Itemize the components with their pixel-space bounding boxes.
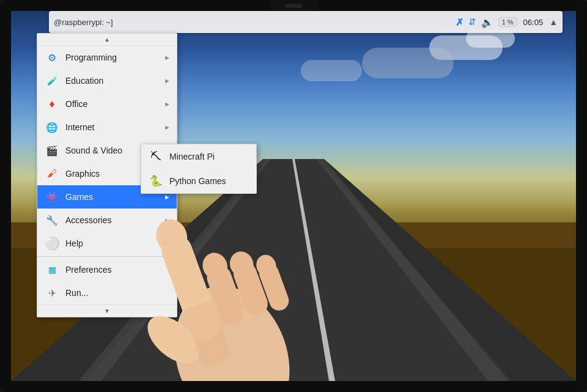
battery-badge: 1 % xyxy=(498,17,517,27)
scroll-down-button[interactable]: ▼ xyxy=(37,305,177,317)
submenu-arrow-programming: ► xyxy=(164,54,171,61)
menu-separator xyxy=(37,256,177,257)
submenu-item-python-games[interactable]: 🐍 Python Games xyxy=(141,169,256,193)
bluetooth-icon[interactable]: ✗ xyxy=(456,17,463,28)
menu-item-help[interactable]: ⚪ Help xyxy=(37,232,177,255)
submenu-arrow-accessories: ► xyxy=(164,216,171,224)
network-icon[interactable]: ⇵ xyxy=(468,17,476,28)
menu-item-education[interactable]: 🧪 Education ► xyxy=(37,69,177,92)
minecraft-pi-label: Minecraft Pi xyxy=(169,152,215,161)
sound-video-icon: 🎬 xyxy=(45,143,59,158)
submenu-arrow-internet: ► xyxy=(164,124,171,131)
games-icon: 👾 xyxy=(45,190,59,204)
programming-icon: ⚙ xyxy=(45,50,59,65)
menu-label-accessories: Accessories xyxy=(65,215,169,225)
taskbar-left: @raspberrypi: ~] xyxy=(54,18,113,27)
camera-lens xyxy=(285,4,302,8)
graphics-icon: 🖌 xyxy=(45,166,59,181)
menu-item-internet[interactable]: 🌐 Internet ► xyxy=(37,116,177,139)
submenu-arrow-office: ► xyxy=(164,100,171,108)
taskbar: @raspberrypi: ~] ✗ ⇵ 🔈 1 % 06:05 ▲ xyxy=(49,11,563,33)
volume-icon[interactable]: 🔈 xyxy=(481,17,493,28)
menu-label-run: Run... xyxy=(65,288,169,298)
cloud-4 xyxy=(301,60,362,81)
system-tray: ✗ ⇵ 🔈 1 % xyxy=(456,17,517,28)
submenu-arrow-games: ► xyxy=(164,193,171,201)
python-games-icon: 🐍 xyxy=(149,174,163,188)
menu-item-preferences[interactable]: ▦ Preferences xyxy=(37,258,177,281)
menu-label-education: Education xyxy=(65,76,169,86)
preferences-icon: ▦ xyxy=(45,262,59,277)
games-submenu: ⛏ Minecraft Pi 🐍 Python Games xyxy=(141,144,257,194)
eject-icon[interactable]: ▲ xyxy=(549,17,558,27)
scroll-up-button[interactable]: ▲ xyxy=(37,34,177,46)
taskbar-right: ✗ ⇵ 🔈 1 % 06:05 ▲ xyxy=(456,17,558,28)
menu-item-programming[interactable]: ⚙ Programming ► xyxy=(37,46,177,69)
python-games-label: Python Games xyxy=(169,176,226,186)
accessories-icon: 🔧 xyxy=(45,213,59,227)
submenu-arrow-education: ► xyxy=(164,77,171,84)
menu-label-office: Office xyxy=(65,99,169,109)
clock: 06:05 xyxy=(523,18,544,27)
menu-item-office[interactable]: ♦ Office ► xyxy=(37,92,177,116)
minecraft-icon: ⛏ xyxy=(149,149,163,164)
menu-item-run[interactable]: ✈ Run... xyxy=(37,281,177,305)
menu-label-programming: Programming xyxy=(65,53,169,62)
cloud-3 xyxy=(362,48,454,78)
help-icon: ⚪ xyxy=(45,236,59,251)
run-icon: ✈ xyxy=(45,286,59,300)
menu-label-internet: Internet xyxy=(65,122,169,132)
terminal-label[interactable]: @raspberrypi: ~] xyxy=(54,18,113,27)
menu-label-preferences: Preferences xyxy=(65,265,169,275)
education-icon: 🧪 xyxy=(45,73,59,88)
office-icon: ♦ xyxy=(45,97,59,111)
internet-icon: 🌐 xyxy=(45,120,59,135)
menu-item-accessories[interactable]: 🔧 Accessories ► xyxy=(37,209,177,232)
screen-top-notch xyxy=(269,0,318,11)
submenu-item-minecraft-pi[interactable]: ⛏ Minecraft Pi xyxy=(141,144,256,169)
menu-label-help: Help xyxy=(65,239,169,248)
